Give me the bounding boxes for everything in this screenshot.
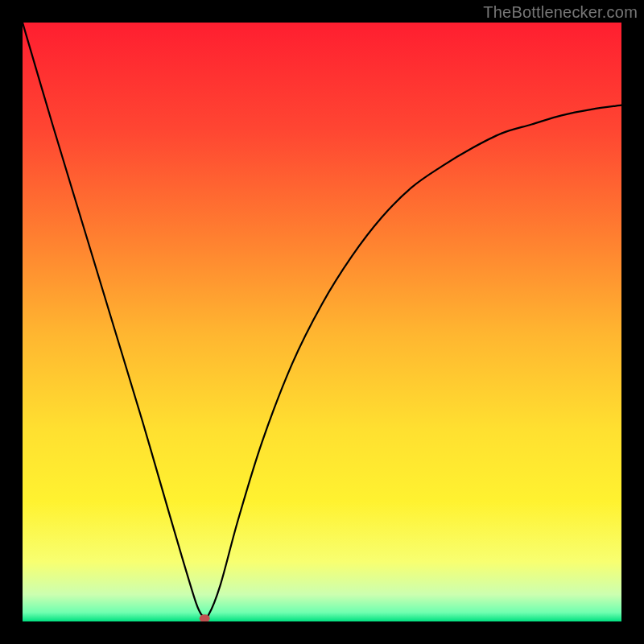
attribution-label: TheBottlenecker.com xyxy=(483,3,638,22)
bottleneck-chart xyxy=(23,23,621,621)
chart-frame: TheBottlenecker.com xyxy=(0,0,644,644)
